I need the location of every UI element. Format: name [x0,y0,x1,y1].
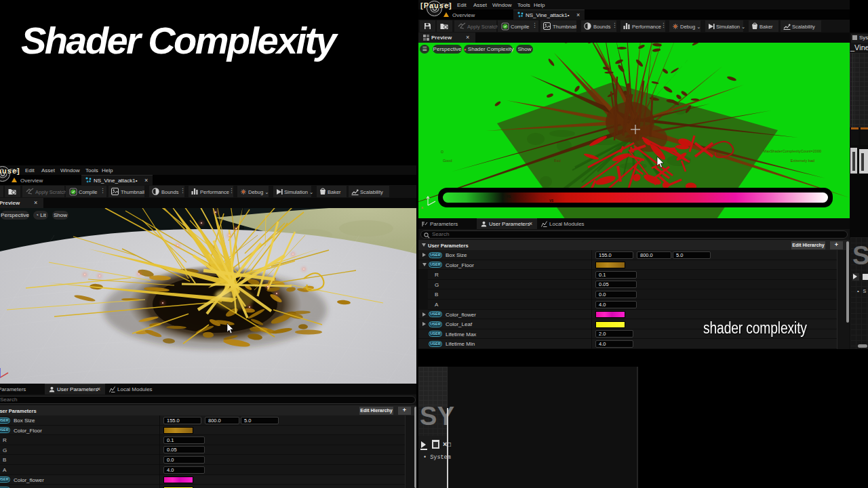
svg-text:O: O [441,150,443,154]
svg-text:MaxShaderComplexityCount=2000: MaxShaderComplexityCount=2000 [764,149,821,153]
svg-text:VS: VS [549,199,553,203]
svg-text:x: x [421,205,423,209]
svg-text:Bad: Bad [554,159,561,163]
svg-text:PS: PS [507,195,511,199]
svg-text:Good: Good [443,159,452,163]
svg-text:Extremely bad: Extremely bad [791,159,814,163]
